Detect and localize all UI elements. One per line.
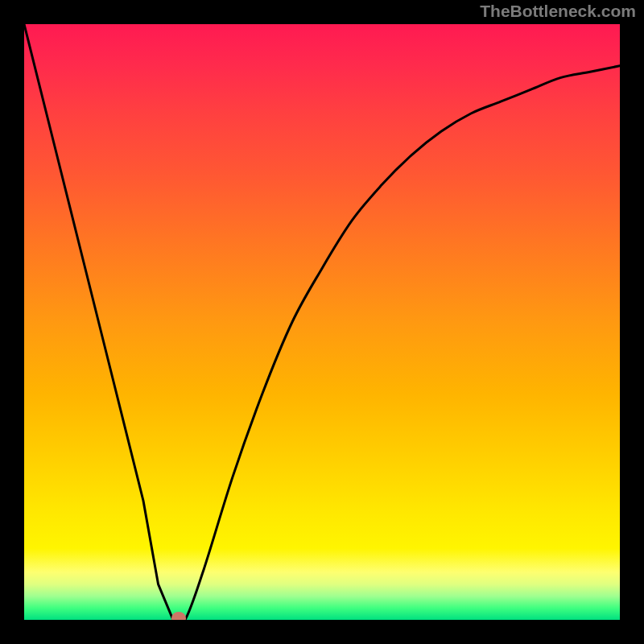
bottleneck-curve (24, 24, 620, 620)
optimum-marker (171, 612, 186, 620)
plot-area (24, 24, 620, 620)
bottleneck-curve-svg (24, 24, 620, 620)
chart-container: TheBottleneck.com (0, 0, 644, 644)
watermark-text: TheBottleneck.com (480, 2, 636, 21)
